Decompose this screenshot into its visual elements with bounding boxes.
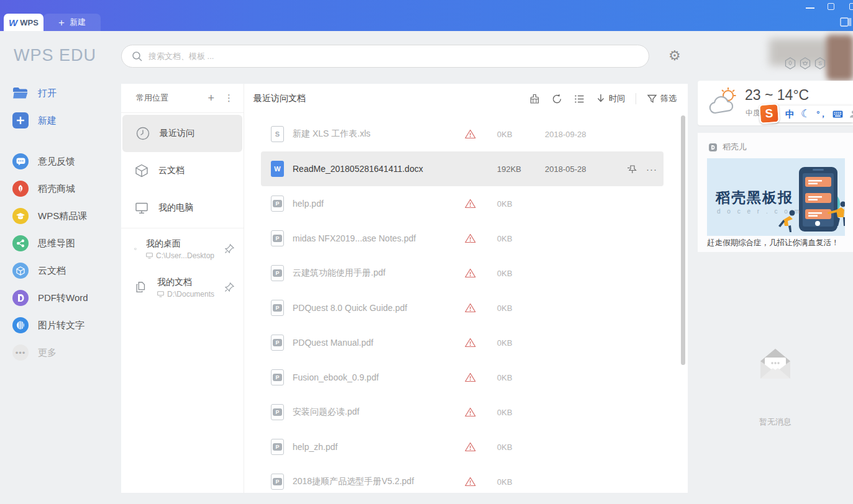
clock-icon xyxy=(135,126,150,141)
file-size: 0KB xyxy=(489,373,545,382)
ime-keyboard-icon[interactable] xyxy=(832,110,843,118)
sidebar-item-docer-mall[interactable]: 稻壳商城 xyxy=(12,179,75,199)
settings-gear-icon[interactable]: ⚙ xyxy=(668,48,681,64)
clean-list-icon[interactable] xyxy=(529,93,541,105)
file-warning-icon xyxy=(452,338,489,348)
docer-logo-icon xyxy=(708,143,718,152)
refresh-icon[interactable] xyxy=(551,93,563,105)
maximize-button[interactable] xyxy=(828,3,834,10)
tab-new-document[interactable]: + 新建 xyxy=(43,14,101,31)
file-name: help_zh.pdf xyxy=(293,442,452,452)
pin-icon[interactable] xyxy=(224,282,235,293)
pin-to-top-icon[interactable] xyxy=(626,163,637,174)
computer-icon xyxy=(134,200,149,215)
list-view-icon[interactable] xyxy=(573,93,585,105)
ime-punctuation-icon[interactable]: °， xyxy=(816,110,826,118)
file-type-icon: P xyxy=(271,196,284,212)
sidebar-item-label: 云文档 xyxy=(38,265,66,277)
close-button[interactable] xyxy=(849,3,853,10)
ime-moon-icon[interactable]: ☾ xyxy=(801,109,810,119)
file-name: 2018捷顺产品选型手册V5.2.pdf xyxy=(293,476,452,487)
ime-sogou-logo[interactable]: S xyxy=(759,103,780,124)
minimize-button[interactable] xyxy=(806,7,814,9)
s-badge-icon[interactable]: S xyxy=(814,57,826,70)
location-item-recent[interactable]: 最近访问 xyxy=(122,115,242,152)
docer-mall-icon xyxy=(12,181,29,197)
search-bar xyxy=(121,45,649,68)
docer-banner-domain: d o c e r . c o m xyxy=(717,208,802,215)
file-type-icon: W xyxy=(271,161,284,177)
docer-banner-caption[interactable]: 赶走假期综合症，几招让你满血复活！ xyxy=(707,238,839,248)
search-input[interactable] xyxy=(148,52,639,61)
sidebar-item-cloud-docs[interactable]: 云文档 xyxy=(12,261,66,281)
sidebar-item-pdf-to-word[interactable]: PDF转Word xyxy=(12,288,88,308)
file-name: PDQuest 8.0 Quick Guide.pdf xyxy=(293,303,452,313)
sort-label: 时间 xyxy=(609,93,625,104)
sidebar-item-label: 思维导图 xyxy=(38,238,75,250)
locations-title: 常用位置 xyxy=(136,92,208,104)
sidebar-item-feedback[interactable]: 意见反馈 xyxy=(12,151,75,171)
sidebar-item-courses[interactable]: WPS精品课 xyxy=(12,206,87,226)
app-edition-logo: WPS EDU xyxy=(14,46,96,65)
ime-person-icon[interactable] xyxy=(849,110,853,118)
file-row[interactable]: P help.pdf 0KB ··· xyxy=(261,186,664,221)
sidebar-item-mindmap[interactable]: 思维导图 xyxy=(12,233,75,253)
file-row[interactable]: P Fusion_ebook_0.9.pdf 0KB ··· xyxy=(261,360,664,395)
file-row[interactable]: S 新建 XLS 工作表.xls 0KB 2018-09-28 ··· xyxy=(261,117,664,151)
sidebar-item-more[interactable]: ••• 更多 xyxy=(12,343,57,362)
leaf-badge-icon[interactable] xyxy=(785,57,796,70)
weather-temperature: 23 ~ 14°C xyxy=(745,87,809,104)
file-row[interactable]: P PDQuest Manual.pdf 0KB ··· xyxy=(261,325,664,360)
tab-wps-home[interactable]: W WPS xyxy=(4,14,43,31)
ime-chinese-mode-icon[interactable]: 中 xyxy=(785,109,795,119)
funnel-icon xyxy=(647,94,657,104)
file-name: Fusion_ebook_0.9.pdf xyxy=(293,372,452,382)
scrollbar-thumb[interactable] xyxy=(681,115,685,365)
sort-by-time-button[interactable]: 时间 xyxy=(596,93,625,104)
file-row[interactable]: P help_zh.pdf 0KB ··· xyxy=(261,430,664,464)
docer-banner[interactable]: 稻壳黑板报 d o c e r . c o m xyxy=(707,158,845,236)
layout-toggle-icon[interactable] xyxy=(840,17,851,27)
file-row[interactable]: P 安装问题必读.pdf 0KB ··· xyxy=(261,395,664,430)
courses-cap-icon xyxy=(12,208,29,224)
recent-files-title: 最近访问文档 xyxy=(253,93,529,104)
file-size: 0KB xyxy=(489,269,545,278)
sidebar-item-open[interactable]: 打开 xyxy=(12,83,57,103)
location-item-my-computer[interactable]: 我的电脑 xyxy=(121,189,244,227)
file-row[interactable]: W ReadMe_201805281641411.docx 192KB 2018… xyxy=(261,151,664,186)
location-item-desktop[interactable]: 我的桌面 C:\User...Desktop xyxy=(121,230,244,268)
location-item-my-documents[interactable]: 我的文档 D:\Documents xyxy=(121,268,244,307)
location-item-cloud[interactable]: 云文档 xyxy=(121,152,244,189)
file-name: 安装问题必读.pdf xyxy=(293,407,452,418)
file-name: 云建筑功能使用手册.pdf xyxy=(293,268,452,279)
file-more-button[interactable]: ··· xyxy=(646,164,657,174)
user-avatar-redacted[interactable] xyxy=(826,35,853,81)
sidebar-item-image-to-text[interactable]: 图片转文字 xyxy=(12,315,84,335)
pin-icon[interactable] xyxy=(224,243,235,254)
file-size: 0KB xyxy=(489,234,545,243)
file-name: ReadMe_201805281641411.docx xyxy=(293,164,452,174)
file-row[interactable]: P PDQuest 8.0 Quick Guide.pdf 0KB ··· xyxy=(261,290,664,325)
file-list: S 新建 XLS 工作表.xls 0KB 2018-09-28 ··· W Re… xyxy=(245,117,688,493)
file-row[interactable]: P 云建筑功能使用手册.pdf 0KB ··· xyxy=(261,256,664,290)
new-document-icon xyxy=(12,112,29,128)
filter-button[interactable]: 筛选 xyxy=(647,93,677,104)
titlebar: W WPS + 新建 xyxy=(0,0,853,31)
add-location-button[interactable]: + xyxy=(208,92,214,105)
sidebar-item-label: 稻壳商城 xyxy=(38,183,75,195)
location-label: 我的电脑 xyxy=(158,202,193,214)
image-to-text-icon xyxy=(12,317,29,333)
file-size: 0KB xyxy=(489,443,545,452)
file-name: PDQuest Manual.pdf xyxy=(293,338,452,348)
medal-badge-icon[interactable] xyxy=(800,57,811,70)
file-row[interactable]: P midas NFX2019...ase Notes.pdf 0KB ··· xyxy=(261,221,664,256)
file-warning-icon xyxy=(452,407,489,417)
file-type-icon: P xyxy=(271,300,284,316)
file-row[interactable]: P 2018捷顺产品选型手册V5.2.pdf 0KB ··· xyxy=(261,464,664,493)
sidebar-item-new[interactable]: 新建 xyxy=(12,110,57,130)
weather-condition: 中度 xyxy=(746,108,760,119)
locations-menu-button[interactable]: ⋮ xyxy=(224,92,234,104)
sidebar-item-label: 新建 xyxy=(38,115,57,127)
file-name: midas NFX2019...ase Notes.pdf xyxy=(293,233,452,243)
file-date: 2018-09-28 xyxy=(545,130,619,139)
